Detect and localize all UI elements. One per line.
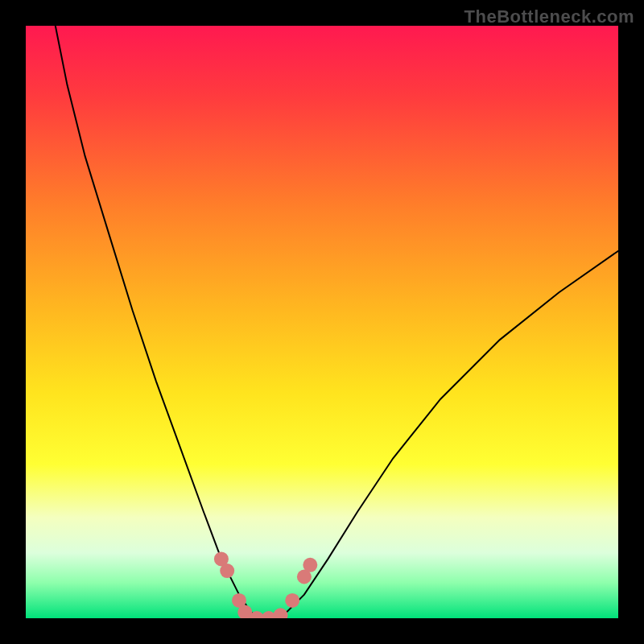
gradient-background bbox=[26, 26, 618, 618]
plot-area bbox=[26, 26, 618, 618]
marker-dot bbox=[220, 564, 234, 578]
marker-dot bbox=[303, 558, 317, 572]
chart-svg bbox=[26, 26, 618, 618]
watermark-text: TheBottleneck.com bbox=[464, 6, 634, 27]
marker-dot bbox=[285, 593, 299, 608]
chart-frame: TheBottleneck.com bbox=[0, 0, 644, 644]
